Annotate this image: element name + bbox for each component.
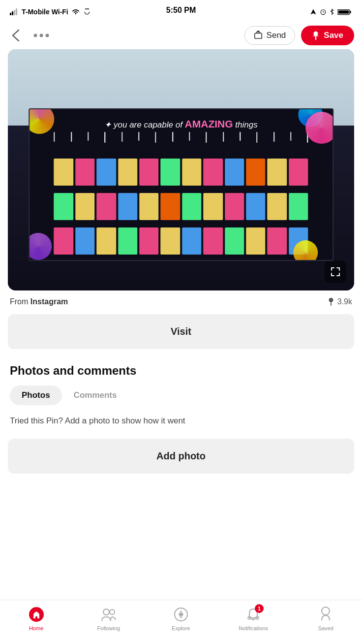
send-label: Send xyxy=(267,31,286,40)
pin-image-container: ✦ you are capable of AMAZING things xyxy=(8,49,354,290)
nav-notifications[interactable]: 1 Notifications xyxy=(234,606,273,631)
try-pin-text: Tried this Pin? Add a photo to show how … xyxy=(0,413,362,436)
photos-tab-label: Photos xyxy=(22,390,50,400)
explore-label: Explore xyxy=(172,625,190,631)
pin-icon xyxy=(312,31,320,40)
back-button[interactable] xyxy=(8,27,24,44)
svg-point-12 xyxy=(40,34,43,37)
save-button[interactable]: Save xyxy=(301,26,354,45)
svg-rect-2 xyxy=(14,10,15,15)
source-name: Instagram xyxy=(30,297,68,306)
fan-decoration-4 xyxy=(29,233,52,260)
send-icon xyxy=(254,31,263,40)
svg-point-27 xyxy=(103,609,109,615)
nav-explore[interactable]: Explore xyxy=(161,606,201,631)
status-time: 5:50 PM xyxy=(166,6,196,15)
nav-bar: Send Save xyxy=(0,22,362,49)
board-suffix: things xyxy=(233,120,258,129)
fan-decoration-5 xyxy=(293,240,318,261)
saved-label: Saved xyxy=(318,625,333,631)
svg-marker-4 xyxy=(310,9,316,14)
home-label: Home xyxy=(29,625,43,631)
nav-following[interactable]: Following xyxy=(89,606,128,631)
signal-icon xyxy=(10,8,19,15)
fan-decoration-3 xyxy=(305,112,333,144)
expand-button[interactable] xyxy=(325,261,346,283)
bottom-nav: Home Following Explore xyxy=(0,600,362,644)
tassels-row xyxy=(54,132,308,143)
sticky-row-1 xyxy=(54,159,308,186)
following-label: Following xyxy=(97,625,120,631)
svg-rect-1 xyxy=(12,11,13,15)
pin-image: ✦ you are capable of AMAZING things xyxy=(8,49,354,290)
status-bar: T-Mobile Wi-Fi 5:50 PM xyxy=(0,0,362,22)
carrier-info: T-Mobile Wi-Fi xyxy=(10,8,91,16)
photos-tab[interactable]: Photos xyxy=(10,386,62,405)
bulletin-board: ✦ you are capable of AMAZING things xyxy=(29,108,333,261)
notifications-label: Notifications xyxy=(239,625,268,631)
svg-rect-14 xyxy=(254,33,261,39)
svg-point-34 xyxy=(322,607,330,615)
svg-rect-0 xyxy=(10,13,11,15)
notifications-icon: 1 xyxy=(245,606,262,623)
board-text: ✦ you are capable of AMAZING things xyxy=(104,118,257,130)
sticky-row-3 xyxy=(54,227,308,255)
svg-point-13 xyxy=(46,34,49,37)
source-prefix: From xyxy=(10,297,28,306)
notification-badge: 1 xyxy=(255,604,264,613)
svg-rect-17 xyxy=(331,267,332,271)
save-label: Save xyxy=(324,31,343,40)
board-prefix: ✦ you are capable of xyxy=(104,120,184,129)
svg-rect-10 xyxy=(338,10,349,14)
svg-point-28 xyxy=(110,610,115,614)
visit-label: Visit xyxy=(171,326,191,337)
source-text: From Instagram xyxy=(10,297,68,306)
more-options-button[interactable] xyxy=(30,32,53,39)
sync-icon xyxy=(83,8,91,16)
add-photo-button[interactable]: Add photo xyxy=(8,439,354,474)
save-count: 3.9k xyxy=(328,297,352,306)
saved-icon xyxy=(317,606,334,623)
visit-button[interactable]: Visit xyxy=(8,314,354,349)
following-icon xyxy=(100,606,117,623)
svg-rect-19 xyxy=(339,267,340,271)
svg-point-11 xyxy=(34,34,37,37)
svg-rect-23 xyxy=(339,273,340,276)
svg-rect-3 xyxy=(16,8,17,15)
nav-saved[interactable]: Saved xyxy=(306,606,345,631)
alarm-icon xyxy=(320,8,327,15)
expand-icon xyxy=(330,266,341,278)
svg-rect-21 xyxy=(331,273,332,276)
pin-count-icon xyxy=(328,297,334,306)
send-button[interactable]: Send xyxy=(244,26,296,45)
status-icons xyxy=(310,8,352,16)
save-count-value: 3.9k xyxy=(337,297,352,306)
svg-rect-9 xyxy=(350,11,351,13)
battery-icon xyxy=(337,8,352,16)
svg-point-24 xyxy=(329,298,333,302)
location-icon xyxy=(310,8,317,15)
section-title: Photos and comments xyxy=(0,359,362,386)
svg-point-15 xyxy=(314,32,318,36)
fan-decoration xyxy=(29,108,54,134)
home-icon xyxy=(28,606,45,623)
board-highlight: AMAZING xyxy=(185,118,233,129)
comments-tab[interactable]: Comments xyxy=(62,386,129,405)
tab-row: Photos Comments xyxy=(0,386,362,413)
comments-tab-label: Comments xyxy=(74,390,117,400)
bluetooth-icon xyxy=(330,8,334,15)
svg-point-31 xyxy=(180,613,182,616)
nav-home[interactable]: Home xyxy=(17,606,56,631)
explore-icon xyxy=(173,606,189,623)
add-photo-label: Add photo xyxy=(156,451,206,461)
sticky-row-2 xyxy=(54,193,308,220)
source-row: From Instagram 3.9k xyxy=(0,290,362,311)
wifi-icon xyxy=(71,8,80,15)
carrier-text: T-Mobile Wi-Fi xyxy=(22,8,68,16)
